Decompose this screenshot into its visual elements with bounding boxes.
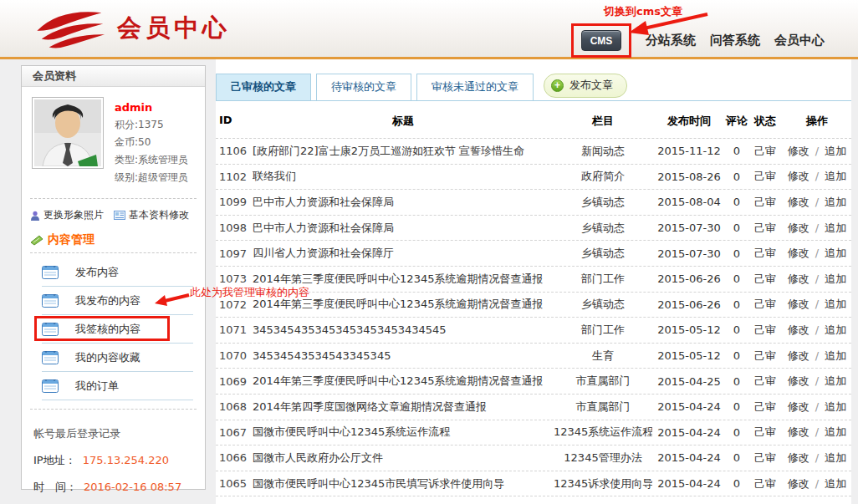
modify-link[interactable]: 修改 <box>788 451 809 464</box>
article-category: 部门工作 <box>554 323 652 338</box>
avatar <box>32 97 104 169</box>
article-title-link[interactable]: 2014年第四季度国微网络文章逾期情况督查通报 <box>253 400 554 415</box>
modify-link[interactable]: 修改 <box>788 196 809 208</box>
publish-article-button[interactable]: + 发布文章 <box>544 74 627 98</box>
append-link[interactable]: 追加 <box>825 425 846 438</box>
article-comments: 0 <box>726 171 748 183</box>
menu-item-publish-content[interactable]: 发布内容 <box>42 258 193 287</box>
notebook-icon <box>42 350 59 364</box>
article-comments: 0 <box>726 196 748 208</box>
action-separator: / <box>815 298 819 310</box>
edit-profile-label: 基本资料修改 <box>129 208 189 222</box>
menu-item-my-favorites[interactable]: 我的内容收藏 <box>42 344 193 372</box>
content-management-section: 内容管理 <box>22 226 205 251</box>
article-actions: 修改 / 追加 <box>783 272 851 287</box>
login-ip-row: IP地址：175.13.254.220 <box>33 453 205 468</box>
review-annotation-arrow-icon <box>151 292 192 310</box>
append-link[interactable]: 追加 <box>825 451 846 464</box>
modify-link[interactable]: 修改 <box>788 221 809 234</box>
nav-item-qa-system[interactable]: 问答系统 <box>710 33 760 48</box>
modify-link[interactable]: 修改 <box>788 349 809 362</box>
article-tabs: 己审核的文章 待审核的文章 审核未通过的文章 + 发布文章 <box>216 59 851 101</box>
article-title-link[interactable]: 国微市人民政府办公厅文件 <box>253 451 554 466</box>
article-title-link[interactable]: 巴中市人力资源和社会保障局 <box>253 195 554 210</box>
article-title-link[interactable]: 2014年第三季度便民呼叫中心12345系统逾期情况督查通报 <box>253 374 554 389</box>
notebook-icon <box>42 322 59 336</box>
menu-item-my-reviewed[interactable]: 我签核的内容 <box>42 315 193 344</box>
article-title-link[interactable]: 国微市便民呼叫中心12345系统运作流程 <box>253 425 554 440</box>
annotation-my-reviewed: 此处为我管理审核的内容 <box>190 285 309 300</box>
menu-label: 我签核的内容 <box>75 322 140 337</box>
modify-link[interactable]: 修改 <box>788 247 809 259</box>
append-link[interactable]: 追加 <box>825 272 846 285</box>
modify-link[interactable]: 修改 <box>788 374 809 387</box>
article-title-link[interactable]: 巴中市人力资源和社会保障局 <box>253 221 554 236</box>
table-row: 1073 2014年第三季度便民呼叫中心12345系统逾期情况督查通报 部门工作… <box>216 267 851 293</box>
modify-link[interactable]: 修改 <box>788 400 809 413</box>
menu-label: 我的订单 <box>75 379 119 394</box>
modify-link[interactable]: 修改 <box>788 170 809 182</box>
action-separator: / <box>815 170 819 182</box>
modify-link[interactable]: 修改 <box>788 477 809 490</box>
article-date: 2015-08-04 <box>652 196 726 208</box>
change-photo-link[interactable]: 更换形象照片 <box>30 208 104 222</box>
article-date: 2015-07-30 <box>652 221 726 234</box>
ip-value: 175.13.254.220 <box>83 454 169 466</box>
article-title-link[interactable]: 3453454353453453453453434545 <box>253 323 554 336</box>
article-category: 12345诉求使用向导 <box>554 476 652 491</box>
article-id: 1066 <box>219 451 253 464</box>
append-link[interactable]: 追加 <box>825 298 846 310</box>
table-row: 1066 国微市人民政府办公厅文件 12345管理办法 2015-04-24 0… <box>216 445 851 471</box>
modify-link[interactable]: 修改 <box>788 298 809 310</box>
article-id: 1067 <box>219 426 253 439</box>
append-link[interactable]: 追加 <box>825 221 846 234</box>
modify-link[interactable]: 修改 <box>788 145 809 157</box>
modify-link[interactable]: 修改 <box>788 323 809 336</box>
table-row: 1069 2014年第三季度便民呼叫中心12345系统逾期情况督查通报 市直属部… <box>216 369 851 395</box>
article-title-link[interactable]: [政府部门22]富士康2万员工巡游如狂欢节 宣誓珍惜生命 <box>253 144 554 159</box>
append-link[interactable]: 追加 <box>825 145 846 157</box>
content-management-label: 内容管理 <box>48 232 94 247</box>
article-id: 1068 <box>219 400 253 413</box>
article-date: 2015-05-12 <box>652 323 726 336</box>
article-comments: 0 <box>726 477 748 490</box>
article-id: 1099 <box>219 196 253 208</box>
append-link[interactable]: 追加 <box>825 374 846 387</box>
article-title-link[interactable]: 联络我们 <box>253 169 554 184</box>
tab-rejected-articles[interactable]: 审核未通过的文章 <box>416 74 534 100</box>
article-status: 己审 <box>748 349 783 364</box>
article-actions: 修改 / 追加 <box>783 169 851 184</box>
article-title-link[interactable]: 四川省人力资源和社会保障厅 <box>253 246 554 261</box>
article-status: 己审 <box>748 425 783 440</box>
article-actions: 修改 / 追加 <box>783 221 851 236</box>
tab-pending-articles[interactable]: 待审核的文章 <box>316 74 411 100</box>
article-category: 乡镇动态 <box>554 221 652 236</box>
article-date: 2015-04-24 <box>652 451 726 464</box>
article-title-link[interactable]: 34534543534543345345 <box>253 349 554 362</box>
article-status: 己审 <box>748 374 783 389</box>
nav-item-member-center[interactable]: 会员中心 <box>774 33 825 48</box>
article-id: 1106 <box>219 145 253 157</box>
append-link[interactable]: 追加 <box>825 196 846 208</box>
article-category: 乡镇动态 <box>554 297 652 312</box>
append-link[interactable]: 追加 <box>825 247 846 259</box>
append-link[interactable]: 追加 <box>825 170 846 182</box>
modify-link[interactable]: 修改 <box>788 272 809 285</box>
append-link[interactable]: 追加 <box>825 400 846 413</box>
append-link[interactable]: 追加 <box>825 323 846 336</box>
action-separator: / <box>815 349 819 362</box>
table-row: 1099 巴中市人力资源和社会保障局 乡镇动态 2015-08-04 0 己审 … <box>216 190 851 216</box>
article-comments: 0 <box>726 375 748 388</box>
article-id: 1098 <box>219 221 253 234</box>
menu-item-my-orders[interactable]: 我的订单 <box>42 372 193 400</box>
article-comments: 0 <box>726 323 748 336</box>
login-record: 帐号最后登录记录 IP地址：175.13.254.220 时 间：2016-02… <box>22 415 205 495</box>
append-link[interactable]: 追加 <box>825 349 846 362</box>
edit-profile-link[interactable]: 基本资料修改 <box>114 208 189 222</box>
article-status: 己审 <box>748 246 783 261</box>
modify-link[interactable]: 修改 <box>788 425 809 438</box>
article-title-link[interactable]: 国微市便民呼叫中心12345市民填写诉求件使用向导 <box>253 476 554 491</box>
tab-reviewed-articles[interactable]: 己审核的文章 <box>216 74 311 100</box>
logo-text: 会员中心 <box>117 12 231 45</box>
append-link[interactable]: 追加 <box>825 477 846 490</box>
